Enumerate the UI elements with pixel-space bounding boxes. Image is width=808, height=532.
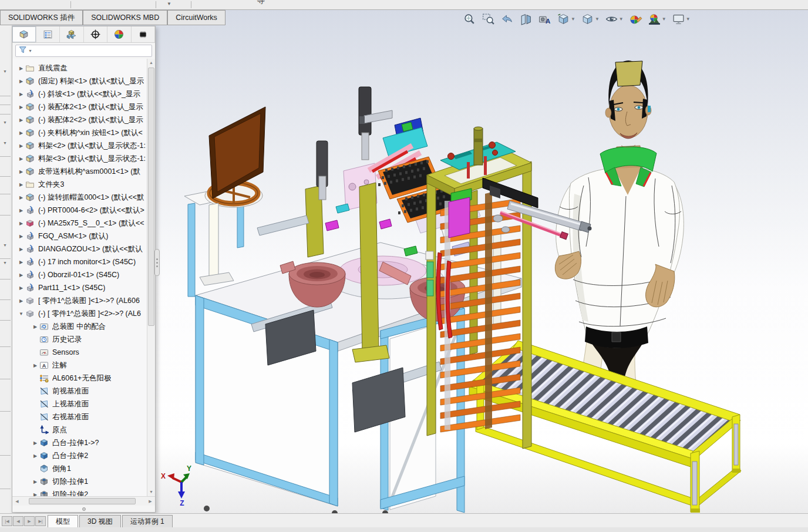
chevron-down-icon[interactable]: ▼ — [3, 243, 7, 247]
panel-splitter[interactable] — [154, 249, 160, 276]
chevron-down-icon[interactable]: ▼ — [3, 69, 7, 73]
filter-funnel-icon[interactable] — [18, 45, 27, 56]
tree-item[interactable]: ▶总装图 中的配合 — [12, 320, 147, 333]
tree-item[interactable]: ▶Part11_1<1> (S45C) — [12, 281, 147, 294]
tree-expand-arrow-icon[interactable]: ▶ — [31, 324, 39, 329]
chevron-down-icon[interactable]: ▼ — [3, 261, 7, 265]
scroll-right-icon[interactable]: ▶ — [146, 499, 155, 504]
scrollbar-thumb[interactable] — [148, 68, 154, 326]
tree-item[interactable]: ▶(-) Oborzil-01<1> (S45C) — [12, 268, 147, 281]
tree-expand-arrow-icon[interactable]: ▶ — [17, 285, 25, 291]
tab-nav-last-button[interactable]: ▶| — [35, 516, 46, 526]
tree-expand-arrow-icon[interactable]: ▶ — [17, 169, 25, 174]
tree-expand-arrow-icon[interactable]: ▶ — [17, 117, 25, 123]
tree-item[interactable]: ▶(-) 夹料机构^xin 按钮<1> (默认< — [12, 126, 147, 139]
tree-item[interactable]: ▶料架<2> (默认<默认_显示状态-1: — [12, 139, 147, 152]
tree-expand-arrow-icon[interactable]: ▶ — [17, 156, 25, 161]
tree-expand-arrow-icon[interactable]: ▶ — [31, 363, 39, 368]
tree-item[interactable]: 倒角1 — [12, 462, 147, 475]
tree-expand-arrow-icon[interactable]: ▶ — [17, 195, 25, 200]
tree-item[interactable]: ▶文件夹3 — [12, 178, 147, 191]
tree-expand-arrow-icon[interactable]: ▶ — [31, 492, 39, 497]
tree-expand-arrow-icon[interactable]: ▶ — [17, 182, 25, 187]
view-orientation-icon[interactable]: ▼ — [556, 12, 577, 26]
chevron-down-icon[interactable]: ▼ — [571, 16, 575, 22]
zoom-to-fit-icon[interactable] — [462, 12, 477, 26]
tab-featuremanager-design-tree[interactable] — [12, 26, 36, 42]
display-style-icon[interactable]: ▼ — [580, 12, 601, 26]
tab-configuration-manager[interactable] — [60, 26, 84, 42]
tree-item[interactable]: ▶凸台-拉伸1->? — [12, 436, 147, 449]
tree-item[interactable]: Sensors — [12, 346, 147, 359]
tree-item[interactable]: 原点 — [12, 423, 147, 436]
scrollbar-thumb[interactable] — [29, 498, 136, 504]
tab-model[interactable]: 模型 — [48, 515, 78, 527]
tree-expand-arrow-icon[interactable]: ▶ — [17, 79, 25, 84]
commandmanager-tab[interactable]: SOLIDWORKS MBD — [83, 10, 167, 25]
chevron-down-icon[interactable]: ▼ — [28, 49, 32, 53]
apply-scene-icon[interactable]: ▼ — [647, 12, 668, 26]
tree-expand-arrow-icon[interactable]: ▶ — [17, 92, 25, 97]
tree-item[interactable]: 右视基准面 — [12, 410, 147, 423]
tree-item[interactable]: ▶A注解 — [12, 359, 147, 372]
tree-item[interactable]: ▶(-) MA25x75_S__0_<1> (默认<< — [12, 217, 147, 230]
annotation-view-icon[interactable]: A — [537, 12, 553, 26]
tree-item[interactable]: AL6061+无色阳极 — [12, 372, 147, 385]
tree-item[interactable]: ▶(固定) 料架<1> (默认<默认_显示 — [12, 75, 147, 87]
tree-item[interactable]: ▼(-) [ 零件1^总装图 ]<2>->? (AL6 — [12, 307, 147, 320]
scroll-down-icon[interactable]: ▼ — [147, 488, 155, 496]
tree-expand-arrow-icon[interactable]: ▶ — [17, 234, 25, 239]
tree-item[interactable]: ▶(-) 斜坡<1> (默认<<默认>_显示 — [12, 87, 147, 100]
previous-view-icon[interactable] — [499, 12, 515, 26]
tree-item[interactable]: ▶切除-拉伸1 — [12, 475, 147, 488]
tree-expand-arrow-icon[interactable]: ▶ — [17, 105, 25, 110]
tab-view-2[interactable]: 运动算例 1 — [122, 515, 173, 527]
tab-property-manager[interactable] — [36, 26, 60, 42]
tree-expand-arrow-icon[interactable]: ▶ — [17, 66, 25, 71]
chevron-down-icon[interactable]: ▼ — [686, 16, 691, 22]
commandmanager-tab[interactable]: CircuitWorks — [167, 10, 225, 25]
tree-expand-arrow-icon[interactable]: ▶ — [17, 298, 25, 304]
tab-circuitworks-manager[interactable] — [132, 26, 156, 42]
tree-item[interactable]: ▶直线震盘 — [12, 62, 147, 75]
scroll-up-icon[interactable]: ▲ — [147, 59, 155, 67]
tree-item[interactable]: 前视基准面 — [12, 385, 147, 398]
tab-nav-previous-button[interactable]: ◀ — [13, 516, 23, 526]
tree-item[interactable]: ▶FGQ_ASM<1> (默认) — [12, 230, 147, 243]
tree-expand-arrow-icon[interactable]: ▶ — [17, 221, 25, 226]
tree-expand-arrow-icon[interactable]: ▶ — [17, 260, 25, 265]
scroll-left-icon[interactable]: ◀ — [12, 499, 22, 504]
tree-horizontal-scrollbar[interactable]: ◀ ▶ — [12, 496, 155, 506]
tree-item[interactable]: ▶切除-拉伸2 — [12, 488, 147, 496]
tree-item[interactable]: ▶(-) 装配体2<2> (默认<默认_显示 — [12, 113, 147, 126]
tree-item[interactable]: ▶(-) PRT0004-6<2> (默认<<默认> — [12, 204, 147, 217]
tree-expand-arrow-icon[interactable]: ▶ — [17, 247, 25, 252]
tree-item[interactable]: ▶凸台-拉伸2 — [12, 449, 147, 462]
tree-filter-input[interactable]: ▼ — [15, 45, 152, 57]
tree-expand-arrow-icon[interactable]: ▶ — [17, 272, 25, 278]
tree-item[interactable]: ▶(-) 装配体2<1> (默认<默认_显示 — [12, 100, 147, 113]
tree-expand-arrow-icon[interactable]: ▶ — [31, 453, 39, 459]
tree-item[interactable]: 历史记录 — [12, 333, 147, 346]
tab-view-1[interactable]: 3D 视图 — [79, 515, 121, 527]
view-settings-icon[interactable]: ▼ — [671, 12, 692, 26]
tree-expand-arrow-icon[interactable]: ▶ — [17, 143, 25, 149]
tree-vertical-scrollbar[interactable]: ▲ ▼ — [147, 59, 155, 496]
hide-show-items-icon[interactable]: ▼ — [604, 12, 625, 26]
tree-item[interactable]: ▶料架<3> (默认<默认_显示状态-1: — [12, 152, 147, 165]
tree-item[interactable]: 上视基准面 — [12, 398, 147, 410]
edit-appearance-icon[interactable] — [628, 12, 644, 26]
tab-display-manager[interactable] — [107, 26, 132, 42]
chevron-down-icon[interactable]: ▼ — [595, 16, 600, 22]
tree-item[interactable]: ▶(-) 17 inch monitor<1> (S45C) — [12, 255, 147, 268]
tree-item[interactable]: ▶[ 零件1^总装图 ]<1>->? (AL606 — [12, 294, 147, 307]
tree-expand-arrow-icon[interactable]: ▼ — [17, 311, 25, 316]
tree-expand-arrow-icon[interactable]: ▶ — [31, 440, 39, 446]
tree-item[interactable]: ▶皮带送料机构^asm0001<1> (默 — [12, 165, 147, 178]
tab-dimxpert-manager[interactable] — [84, 26, 108, 42]
zoom-to-area-icon[interactable] — [480, 12, 496, 26]
tree-expand-arrow-icon[interactable]: ▶ — [17, 208, 25, 213]
section-view-icon[interactable] — [518, 12, 534, 26]
tab-nav-first-button[interactable]: |◀ — [2, 516, 12, 526]
panel-collapse-handle[interactable] — [12, 506, 155, 512]
